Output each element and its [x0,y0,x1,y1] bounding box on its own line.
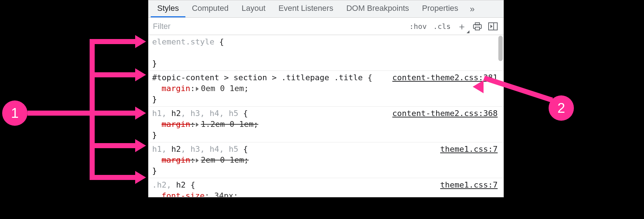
filter-row: :hov .cls ＋ [149,18,503,35]
css-declaration[interactable]: margin:2em 0 1em; [152,155,500,166]
css-rule[interactable]: #topic-content > section > .titlepage .t… [149,71,503,107]
hov-toggle[interactable]: :hov [409,22,427,31]
annotation-2-arrowhead [473,80,484,93]
filter-tools: :hov .cls ＋ [404,22,503,31]
devtools-styles-panel: Styles Computed Layout Event Listeners D… [148,0,504,197]
css-declaration[interactable]: margin:0em 0 1em; [152,83,500,94]
filter-input[interactable] [149,18,404,35]
annotation-1-branch-1 [90,39,136,44]
rule-close-brace: } [152,130,500,141]
annotation-1-branch-5 [90,175,136,180]
source-link[interactable]: theme1.css:7 [440,180,498,190]
css-declaration[interactable]: font-size: 34px; [152,190,500,197]
expand-shorthand-icon[interactable] [196,158,199,163]
annotation-1-stem [27,111,90,116]
tabs-overflow-button[interactable]: » [465,4,480,14]
expand-shorthand-icon[interactable] [196,123,199,127]
print-media-icon[interactable] [473,22,482,30]
source-link[interactable]: content-theme2.css:368 [392,108,498,119]
css-property-name[interactable]: margin [162,120,190,129]
empty-declarations[interactable] [152,47,500,58]
new-style-rule-button[interactable]: ＋ [457,22,467,31]
tab-layout[interactable]: Layout [235,0,272,17]
svg-rect-2 [475,27,480,30]
rule-close-brace: } [152,94,500,105]
annotation-1-arrowhead-2 [135,68,146,81]
cls-toggle[interactable]: .cls [433,22,451,31]
scrollbar[interactable] [498,36,503,196]
css-property-name[interactable]: font-size [162,191,205,197]
svg-marker-5 [490,25,493,28]
annotation-1-arrowhead-3 [135,107,146,120]
annotation-1-arrowhead-5 [135,171,146,184]
tab-dom-breakpoints[interactable]: DOM Breakpoints [340,0,416,17]
annotation-1-branch-3 [90,111,136,116]
css-property-value[interactable]: 1.2em 0 1em; [201,120,258,129]
annotation-1-trunk [90,39,95,180]
css-declaration[interactable]: margin:1.2em 0 1em; [152,119,500,130]
rule-close-brace: } [152,166,500,176]
css-selector[interactable]: element.style { [152,36,500,47]
tab-computed[interactable]: Computed [185,0,235,17]
tab-properties[interactable]: Properties [416,0,465,17]
rules-scroll-area: element.style { }#topic-content > sectio… [149,35,503,197]
tab-styles[interactable]: Styles [151,0,185,17]
css-rule[interactable]: h1, h2, h3, h4, h5 {content-theme2.css:3… [149,107,503,142]
annotation-1-arrowhead-1 [135,35,146,48]
annotation-1-branch-2 [90,72,136,77]
rule-close-brace: } [152,58,500,69]
svg-rect-3 [489,23,497,30]
expand-shorthand-icon[interactable] [196,87,199,91]
css-property-value[interactable]: 34px; [214,191,238,197]
scrollbar-thumb[interactable] [498,36,503,61]
css-rule[interactable]: element.style { } [149,35,503,71]
css-property-name[interactable]: margin [162,84,190,93]
css-rule[interactable]: .h2, h2 {theme1.css:7font-size: 34px;} [149,178,503,197]
css-property-value[interactable]: 0em 0 1em; [201,84,249,93]
annotation-badge-1: 1 [2,100,27,126]
source-link[interactable]: theme1.css:7 [440,144,498,155]
computed-sidebar-toggle-icon[interactable] [488,22,498,30]
css-property-name[interactable]: margin [162,155,190,164]
css-rule[interactable]: h1, h2, h3, h4, h5 {theme1.css:7margin:2… [149,142,503,178]
annotation-1-arrowhead-4 [135,139,146,152]
tabbar: Styles Computed Layout Event Listeners D… [149,0,503,18]
css-property-value[interactable]: 2em 0 1em; [201,155,249,164]
tab-event-listeners[interactable]: Event Listeners [272,0,340,17]
svg-rect-1 [475,23,480,25]
annotation-1-branch-4 [90,143,136,148]
